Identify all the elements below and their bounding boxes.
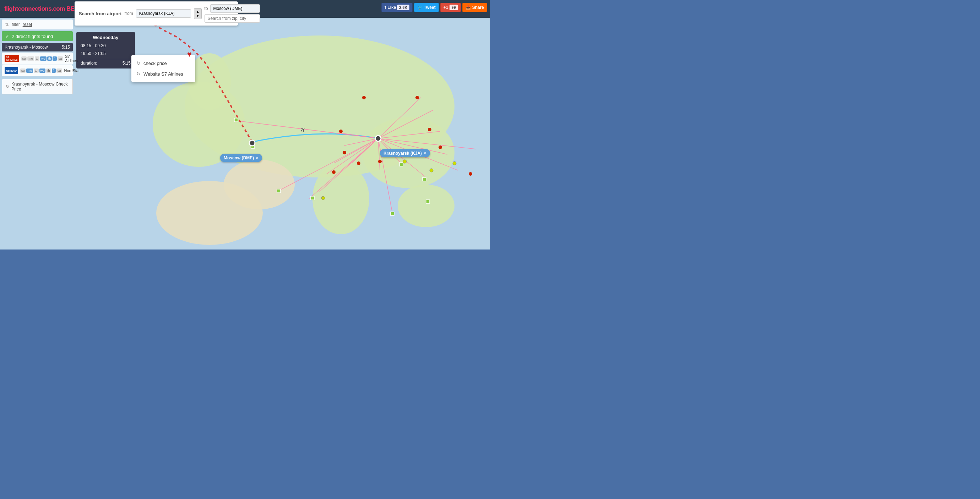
wednesday-popup: Wednesday 08:15 - 09:30 19:50 - 21:05 du… bbox=[76, 32, 135, 68]
popup-check-label: check price bbox=[143, 61, 167, 66]
s7-logo: S7 AIRLINES bbox=[5, 55, 19, 62]
svg-point-50 bbox=[430, 168, 433, 172]
airline-row-nordstar[interactable]: NordStar su mo tu we th fr sa NordStar bbox=[2, 65, 73, 76]
fb-like-label: Like bbox=[387, 5, 396, 10]
wed-times: 08:15 - 09:30 19:50 - 21:05 bbox=[81, 42, 130, 57]
share-label: Share bbox=[472, 5, 484, 10]
fb-like-count: 2.6K bbox=[397, 5, 409, 10]
svg-rect-35 bbox=[426, 200, 430, 203]
reset-button[interactable]: reset bbox=[23, 22, 32, 27]
svg-point-5 bbox=[156, 181, 263, 245]
svg-rect-31 bbox=[277, 189, 280, 193]
filter-label: filter bbox=[12, 22, 20, 27]
popup-check-icon: ↻ bbox=[136, 60, 141, 66]
logo-text: flightconnections.com bbox=[4, 5, 65, 12]
s7-day-th: th bbox=[47, 56, 52, 61]
check-price-label: Krasnoyarsk - Moscow Check Price bbox=[11, 82, 69, 92]
svg-point-40 bbox=[439, 146, 442, 149]
nordstar-name: NordStar bbox=[64, 68, 80, 73]
kja-airport-label: Krasnoyarsk (KJA) × bbox=[380, 149, 430, 157]
nordstar-day-tu: tu bbox=[34, 68, 39, 73]
route-header: Krasnoyarsk - Moscow 5:15 bbox=[2, 43, 73, 51]
svg-point-39 bbox=[428, 128, 431, 131]
svg-point-47 bbox=[332, 170, 336, 174]
nordstar-day-we: we bbox=[40, 68, 46, 73]
svg-point-48 bbox=[403, 160, 407, 163]
svg-point-51 bbox=[321, 196, 325, 200]
svg-rect-29 bbox=[234, 118, 238, 122]
route-duration: 5:15 bbox=[62, 45, 70, 50]
social-bar: f Like 2.6K 🐦 Tweet +1 99 📤 Share bbox=[381, 3, 487, 12]
s7-day-su: su bbox=[21, 56, 27, 61]
tw-tweet-label: Tweet bbox=[424, 5, 436, 10]
s7-day-sa: sa bbox=[57, 56, 63, 61]
from-airport-input[interactable] bbox=[136, 9, 191, 18]
filter-bar: ⇅ filter reset bbox=[2, 19, 73, 29]
fb-icon: f bbox=[385, 5, 386, 10]
svg-rect-36 bbox=[391, 212, 394, 215]
zip-city-input[interactable] bbox=[205, 14, 260, 23]
svg-point-6 bbox=[312, 163, 369, 234]
search-label: Search from airport bbox=[79, 11, 122, 16]
swap-button[interactable]: ▲▼ bbox=[194, 8, 202, 19]
s7-day-we: we bbox=[40, 56, 46, 61]
svg-point-43 bbox=[378, 160, 382, 163]
result-text: 2 direct flights found bbox=[12, 34, 53, 39]
check-price-button[interactable]: ↻ Krasnoyarsk - Moscow Check Price bbox=[2, 79, 73, 94]
kja-label-text: Krasnoyarsk (KJA) bbox=[383, 151, 422, 156]
route-label: Krasnoyarsk - Moscow bbox=[5, 45, 48, 50]
popup-website-icon: ↻ bbox=[136, 71, 141, 77]
to-airport-input[interactable] bbox=[210, 4, 260, 13]
svg-rect-32 bbox=[311, 196, 314, 200]
s7-day-fr: fr bbox=[52, 56, 57, 61]
nordstar-day-mo: mo bbox=[26, 68, 33, 73]
wed-title: Wednesday bbox=[81, 35, 130, 40]
from-label: from bbox=[125, 11, 133, 16]
dme-close-btn[interactable]: × bbox=[256, 155, 258, 161]
kja-close-btn[interactable]: × bbox=[423, 151, 426, 156]
svg-point-41 bbox=[469, 172, 472, 176]
wed-duration-label: duration: bbox=[81, 61, 97, 66]
nordstar-day-badges: su mo tu we th fr sa bbox=[20, 68, 62, 73]
svg-point-38 bbox=[415, 96, 419, 99]
share-button[interactable]: 📤 Share bbox=[462, 3, 487, 12]
twitter-tweet-button[interactable]: 🐦 Tweet bbox=[414, 3, 439, 12]
google-plus-button[interactable]: +1 99 bbox=[440, 3, 461, 12]
wed-time-1: 08:15 - 09:30 bbox=[81, 42, 130, 50]
s7-day-badges: su mo tu we th fr sa bbox=[21, 56, 63, 61]
facebook-like-button[interactable]: f Like 2.6K bbox=[381, 3, 412, 12]
gplus-label: +1 bbox=[444, 5, 449, 10]
nordstar-logo: NordStar bbox=[5, 67, 18, 74]
popup-website-s7[interactable]: ↻ Website S7 Airlines bbox=[131, 68, 195, 79]
nordstar-day-su: su bbox=[20, 68, 26, 73]
airline-popup: ↻ check price ↻ Website S7 Airlines ♥ bbox=[131, 55, 195, 82]
check-price-icon: ↻ bbox=[6, 84, 9, 89]
left-panel: ⇅ filter reset ✓ 2 direct flights found … bbox=[0, 19, 75, 94]
wed-time-2: 19:50 - 21:05 bbox=[81, 50, 130, 58]
site-logo: flightconnections.com BETA bbox=[4, 5, 82, 13]
tw-icon: 🐦 bbox=[417, 5, 423, 10]
popup-check-price[interactable]: ↻ check price bbox=[131, 58, 195, 68]
wed-duration: duration: 5:15 bbox=[81, 59, 130, 66]
nordstar-day-sa: sa bbox=[56, 68, 62, 73]
check-icon: ✓ bbox=[5, 33, 10, 39]
to-label: to bbox=[205, 6, 208, 11]
svg-point-37 bbox=[362, 96, 366, 99]
share-icon: 📤 bbox=[466, 5, 471, 10]
wed-duration-value: 5:15 bbox=[123, 61, 130, 66]
svg-point-53 bbox=[249, 140, 255, 146]
airline-row-s7[interactable]: S7 AIRLINES su mo tu we th fr sa S7 Airl… bbox=[2, 52, 73, 65]
result-badge: ✓ 2 direct flights found bbox=[2, 31, 73, 41]
dme-label-text: Moscow (DME) bbox=[224, 156, 254, 161]
svg-point-52 bbox=[375, 135, 381, 141]
svg-point-44 bbox=[339, 130, 343, 133]
svg-rect-34 bbox=[423, 178, 426, 181]
s7-day-tu: tu bbox=[35, 56, 40, 61]
svg-point-49 bbox=[453, 162, 456, 165]
dme-airport-label: Moscow (DME) × bbox=[220, 154, 262, 162]
search-bar: Search from airport from ▲▼ to bbox=[75, 2, 238, 25]
nordstar-day-th: th bbox=[46, 68, 51, 73]
svg-point-45 bbox=[357, 162, 360, 165]
s7-name: S7 Airlines bbox=[65, 54, 78, 63]
filter-icon[interactable]: ⇅ bbox=[5, 22, 9, 27]
